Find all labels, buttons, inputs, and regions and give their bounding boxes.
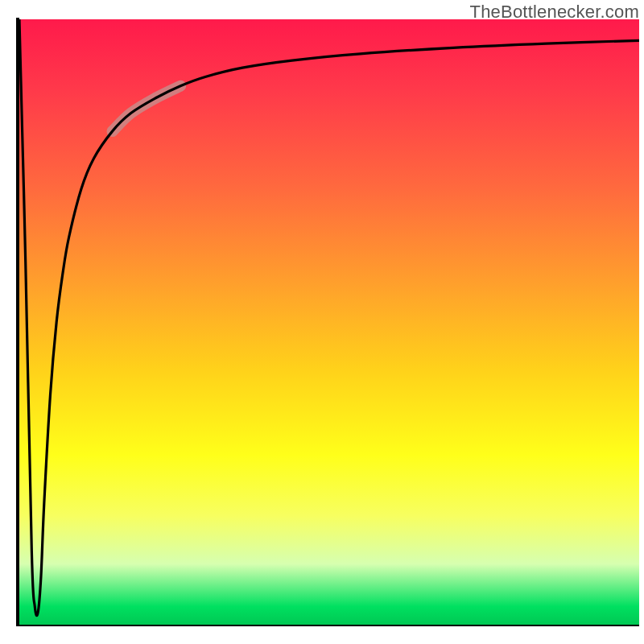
curve-layer [19, 19, 639, 625]
bottleneck-curve-highlight [113, 86, 181, 131]
bottleneck-curve [19, 19, 639, 616]
plot-area [19, 19, 639, 625]
watermark-text: TheBottlenecker.com [470, 2, 639, 23]
chart-container: TheBottlenecker.com [0, 0, 644, 644]
